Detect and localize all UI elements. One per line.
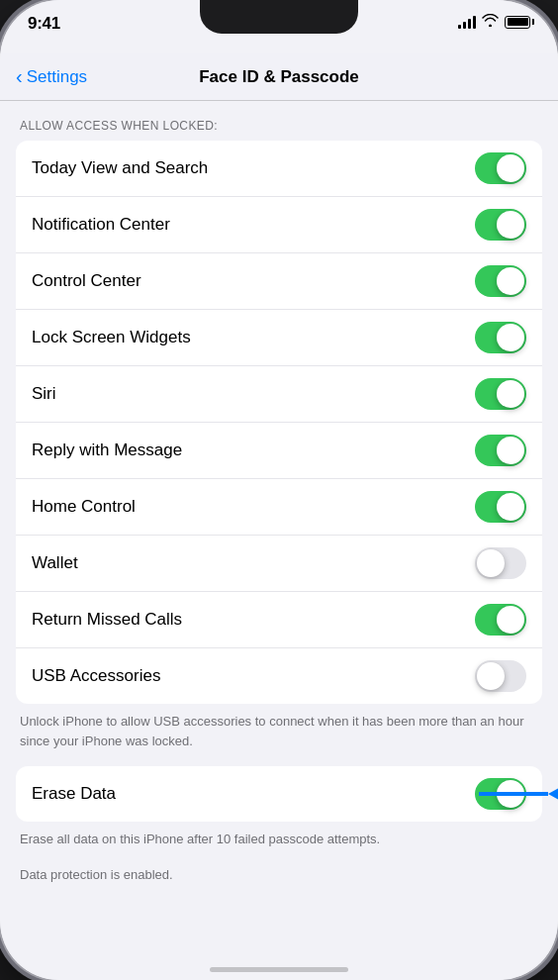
home-bar bbox=[210, 967, 348, 972]
back-button[interactable]: ‹ Settings bbox=[16, 67, 87, 87]
reply-with-message-label: Reply with Message bbox=[32, 441, 182, 460]
erase-data-wrapper: Erase Data bbox=[0, 766, 558, 822]
wallet-toggle[interactable] bbox=[475, 547, 526, 579]
today-view-row: Today View and Search bbox=[16, 141, 542, 197]
control-center-toggle[interactable] bbox=[475, 265, 526, 297]
siri-label: Siri bbox=[32, 384, 56, 404]
usb-accessories-row: USB Accessories bbox=[16, 648, 542, 704]
home-control-row: Home Control bbox=[16, 479, 542, 536]
wifi-icon bbox=[482, 14, 499, 30]
return-missed-calls-row: Return Missed Calls bbox=[16, 592, 542, 648]
arrow-annotation bbox=[479, 784, 558, 804]
content-area: ALLOW ACCESS WHEN LOCKED: Today View and… bbox=[0, 101, 558, 946]
status-time: 9:41 bbox=[28, 14, 60, 34]
notification-center-row: Notification Center bbox=[16, 197, 542, 253]
return-missed-calls-label: Return Missed Calls bbox=[32, 610, 182, 630]
usb-accessories-toggle[interactable] bbox=[475, 660, 526, 692]
erase-data-group: Erase Data bbox=[16, 766, 542, 822]
wallet-row: Wallet bbox=[16, 536, 542, 592]
access-when-locked-group: Today View and Search Notification Cente… bbox=[16, 141, 542, 704]
siri-row: Siri bbox=[16, 366, 542, 423]
reply-with-message-toggle[interactable] bbox=[475, 435, 526, 466]
home-control-toggle[interactable] bbox=[475, 491, 526, 523]
erase-data-row: Erase Data bbox=[16, 766, 542, 822]
screen: 9:41 bbox=[0, 0, 558, 980]
usb-footer: Unlock iPhone to allow USB accessories t… bbox=[0, 704, 558, 766]
control-center-label: Control Center bbox=[32, 271, 141, 291]
siri-toggle[interactable] bbox=[475, 378, 526, 410]
arrow-line bbox=[479, 792, 548, 796]
signal-icon bbox=[458, 15, 476, 29]
wallet-label: Wallet bbox=[32, 553, 78, 573]
phone-frame: 9:41 bbox=[0, 0, 558, 980]
notification-center-label: Notification Center bbox=[32, 215, 170, 235]
lock-screen-widgets-row: Lock Screen Widgets bbox=[16, 310, 542, 366]
back-label: Settings bbox=[27, 67, 87, 87]
lock-screen-widgets-label: Lock Screen Widgets bbox=[32, 328, 191, 347]
nav-bar: ‹ Settings Face ID & Passcode bbox=[0, 53, 558, 101]
status-icons bbox=[458, 14, 530, 30]
erase-footer1: Erase all data on this iPhone after 10 f… bbox=[0, 822, 558, 865]
lock-screen-widgets-toggle[interactable] bbox=[475, 322, 526, 353]
battery-icon bbox=[505, 16, 530, 29]
page-title: Face ID & Passcode bbox=[199, 67, 359, 87]
section-header: ALLOW ACCESS WHEN LOCKED: bbox=[0, 101, 558, 141]
home-control-label: Home Control bbox=[32, 497, 136, 517]
control-center-row: Control Center bbox=[16, 253, 542, 310]
today-view-toggle[interactable] bbox=[475, 152, 526, 184]
erase-data-label: Erase Data bbox=[32, 784, 116, 804]
erase-footer2: Data protection is enabled. bbox=[0, 865, 558, 901]
home-indicator bbox=[0, 946, 558, 980]
notification-center-toggle[interactable] bbox=[475, 209, 526, 241]
notch bbox=[200, 0, 358, 34]
arrow-head bbox=[548, 784, 558, 804]
usb-accessories-label: USB Accessories bbox=[32, 666, 160, 686]
chevron-left-icon: ‹ bbox=[16, 66, 23, 86]
return-missed-calls-toggle[interactable] bbox=[475, 604, 526, 636]
today-view-label: Today View and Search bbox=[32, 158, 208, 178]
reply-with-message-row: Reply with Message bbox=[16, 423, 542, 479]
